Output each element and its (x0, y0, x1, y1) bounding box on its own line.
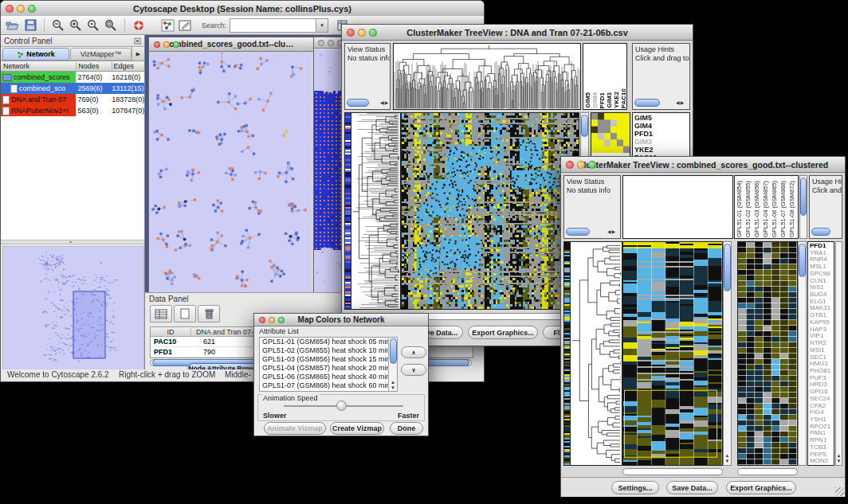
tv2-hscrollbar[interactable] (622, 468, 723, 475)
scroll-up-arrow[interactable]: ▲ (389, 380, 397, 385)
gene-label[interactable]: GIM4 (633, 122, 689, 130)
treeview2-title-bar[interactable]: ClusterMaker TreeView : combined_scores_… (561, 157, 845, 173)
create-vizmap-button[interactable]: Create Vizmap (330, 422, 384, 435)
tv1-global-thumbnail-canvas[interactable] (345, 113, 351, 309)
close-button[interactable] (318, 40, 324, 46)
zoom-in-icon[interactable] (67, 18, 84, 33)
network-table-row[interactable]: RNAPuberNov2+I563(0)107847(0) (1, 105, 144, 116)
minimize-button[interactable] (358, 29, 366, 37)
tab-network[interactable]: Network (2, 48, 69, 61)
tv2-status-scroll-thumb[interactable] (566, 228, 590, 236)
network-table-row[interactable]: combined_sco2569(6)13112(15) (1, 83, 144, 94)
main-title-bar[interactable]: Cytoscape Desktop (Session Name: collins… (1, 1, 484, 17)
done-button[interactable]: Done (390, 422, 423, 435)
gene-label[interactable]: YKE2 (633, 146, 689, 154)
close-button[interactable] (154, 41, 160, 48)
new-attribute-icon[interactable] (174, 305, 196, 322)
zoom-selected-icon[interactable] (84, 18, 102, 33)
scroll-down-arrow[interactable]: ▼ (836, 459, 842, 464)
move-up-button[interactable]: ∧ (401, 346, 426, 358)
search-input[interactable] (230, 20, 316, 31)
tv1-hints-scroll-thumb[interactable] (634, 99, 660, 107)
scroll-down-arrow[interactable]: ▼ (724, 459, 731, 464)
minimize-button[interactable] (17, 5, 25, 13)
attribute-list-item[interactable]: GPL51-03 (GSM856) heat shock 15 min (260, 355, 387, 364)
delete-attribute-icon[interactable] (198, 305, 220, 322)
float-panel-icon[interactable] (134, 33, 141, 48)
close-button[interactable] (6, 5, 14, 13)
scroll-left-arrow[interactable]: ◀ (607, 229, 611, 235)
minimize-button[interactable] (577, 161, 585, 169)
col-header-edges[interactable]: Edges (112, 62, 144, 70)
network-table-row[interactable]: combined_scores2764(0)16218(0) (1, 72, 144, 83)
settings-button[interactable]: Settings... (611, 481, 659, 494)
zoom-button[interactable] (278, 317, 285, 323)
close-button[interactable] (259, 317, 265, 323)
zoom-fit-icon[interactable] (102, 18, 120, 33)
resize-grip[interactable] (835, 487, 844, 496)
attribute-list-item[interactable]: GPL51-01 (GSM854) heat shock 05 min (260, 338, 387, 346)
close-button[interactable] (566, 161, 574, 169)
tv2-row-dendrogram-canvas[interactable] (571, 242, 621, 465)
tv1-zoom-heatmap-canvas[interactable] (591, 113, 630, 153)
tv2-zoom-hscrollbar[interactable] (737, 468, 798, 475)
gene-label[interactable]: MON2 (808, 458, 834, 465)
search-dropdown-button[interactable]: ▼ (316, 19, 328, 32)
network-table-row[interactable]: DNA and Tran 07769(0)183728(0) (1, 94, 144, 105)
export-graphics-button[interactable]: Export Graphics... (726, 481, 796, 494)
minimize-button[interactable] (328, 40, 334, 46)
tv1-column-dendrogram-canvas[interactable] (394, 44, 580, 109)
attribute-list-item[interactable]: GPL51-06 (GSM865) heat shock 40 min (260, 373, 387, 381)
attribute-list-item[interactable]: GPL51-04 (GSM857) heat shock 20 min (260, 364, 387, 373)
scroll-left-arrow[interactable]: ◀ (380, 100, 384, 106)
tab-vizmapper[interactable]: VizMapper™ (70, 48, 132, 61)
help-lifering-icon[interactable] (130, 18, 147, 33)
col-header-nodes[interactable]: Nodes (77, 62, 112, 70)
tv1-row-dendrogram-canvas[interactable] (351, 113, 399, 309)
animate-vizmap-button[interactable]: Animate Vizmap (264, 422, 326, 435)
tv2-zoom-heatmap-canvas[interactable] (738, 242, 797, 465)
gene-label[interactable]: PFD1 (633, 130, 689, 138)
annotation-icon[interactable] (176, 18, 194, 33)
scroll-down-arrow[interactable]: ▼ (389, 385, 397, 391)
zoom-button[interactable] (369, 29, 377, 37)
tv1-status-scroll-thumb[interactable] (347, 99, 369, 107)
zoom-out-icon[interactable] (49, 18, 67, 33)
attribute-list[interactable]: GPL51-01 (GSM854) heat shock 05 minGPL51… (259, 337, 398, 392)
tv2-zoom-vscrollbar[interactable] (798, 241, 807, 466)
scroll-right-arrow[interactable]: ▶ (681, 100, 685, 106)
scroll-up-arrow[interactable]: ▲ (836, 453, 842, 459)
slider-thumb[interactable] (336, 400, 347, 411)
tab-overflow-arrow[interactable]: ▶ (132, 47, 144, 61)
table-view-icon[interactable] (150, 305, 172, 322)
tv1-heatmap-canvas[interactable] (402, 113, 579, 309)
tv2-hints-scroll-thumb[interactable] (811, 228, 830, 236)
network-view-canvas[interactable] (150, 53, 311, 292)
network-view-icon[interactable] (159, 18, 176, 33)
gene-label[interactable]: GIM5 (633, 114, 689, 122)
zoom-button[interactable] (173, 41, 179, 48)
tv2-collabel-scrollbar[interactable] (799, 175, 807, 239)
minimize-button[interactable] (269, 317, 275, 323)
scroll-right-arrow[interactable]: ▶ (385, 100, 389, 106)
scroll-right-arrow[interactable]: ▶ (612, 229, 616, 235)
tv2-heatmap-canvas[interactable] (623, 242, 722, 465)
tv2-vscrollbar[interactable]: ▲▼ (723, 241, 732, 466)
col-header-network[interactable]: Network (1, 62, 77, 70)
save-icon[interactable] (22, 18, 39, 33)
zoom-button[interactable] (588, 161, 596, 169)
zoom-button[interactable] (28, 5, 36, 13)
treeview1-title-bar[interactable]: ClusterMaker TreeView : DNA and Tran 07-… (342, 25, 693, 41)
network-overview-canvas[interactable] (2, 246, 144, 372)
scroll-up-arrow[interactable]: ▲ (724, 453, 731, 459)
search-combobox[interactable]: ▼ (230, 18, 328, 33)
attribute-list-item[interactable]: GPL51-07 (GSM868) heat shock 60 min (260, 381, 387, 390)
gene-label[interactable]: GIM3 (633, 138, 689, 146)
dialog-title-bar[interactable]: Map Colors to Network (254, 314, 428, 326)
attribute-list-scroll-thumb[interactable] (390, 338, 397, 364)
data-col-id[interactable]: ID (151, 328, 191, 336)
move-down-button[interactable]: ∨ (401, 364, 426, 376)
close-button[interactable] (347, 29, 355, 37)
tv1-export-graphics-button[interactable]: Export Graphics... (468, 326, 538, 339)
attribute-list-item[interactable]: GPL51-02 (GSM855) heat shock 10 min (260, 346, 387, 355)
